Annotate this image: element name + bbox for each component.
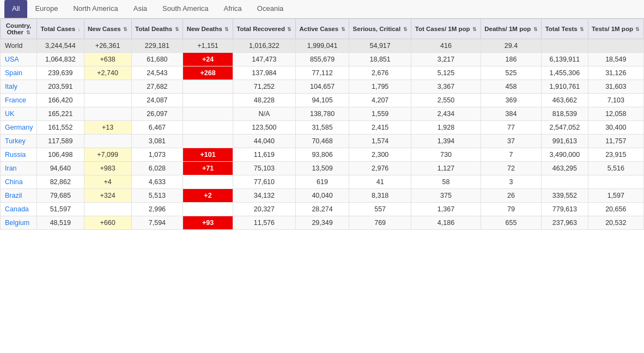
cell-total-tests: 2,547,052 bbox=[542, 121, 588, 135]
country-link[interactable]: Canada bbox=[5, 205, 29, 213]
cell-country[interactable]: Russia bbox=[1, 148, 37, 162]
cell-new-cases: +660 bbox=[84, 216, 131, 230]
country-link[interactable]: China bbox=[5, 178, 23, 186]
cell-country[interactable]: Brazil bbox=[1, 189, 37, 203]
col-header-tot_cases_m[interactable]: Tot Cases/ 1M pop ⇅ bbox=[411, 19, 481, 39]
col-header-total_recovered[interactable]: Total Recovered ⇅ bbox=[233, 19, 295, 39]
country-link[interactable]: Turkey bbox=[5, 137, 26, 145]
cell-total-recovered: 137,984 bbox=[233, 66, 295, 80]
country-link[interactable]: Spain bbox=[5, 69, 22, 77]
cell-tests-m: 7,103 bbox=[588, 94, 643, 107]
tab-oceania[interactable]: Oceania bbox=[250, 0, 291, 18]
cell-new-deaths bbox=[183, 135, 233, 148]
country-link[interactable]: UK bbox=[5, 110, 14, 118]
cell-tests-m: 18,549 bbox=[588, 53, 643, 66]
cell-country[interactable]: Canada bbox=[1, 203, 37, 216]
cell-tot-cases-m: 2,434 bbox=[411, 107, 481, 121]
tab-europe[interactable]: Europe bbox=[27, 0, 65, 18]
cell-country[interactable]: UK bbox=[1, 107, 37, 121]
country-link[interactable]: Russia bbox=[5, 151, 26, 159]
col-header-active_cases[interactable]: Active Cases ⇅ bbox=[296, 19, 349, 39]
cell-total-deaths: 229,181 bbox=[131, 39, 183, 53]
cell-active-cases: 855,679 bbox=[296, 53, 349, 66]
data-table-wrap: Country,Other ⇅Total Cases ↓New Cases ⇅T… bbox=[0, 19, 644, 230]
cell-new-deaths bbox=[183, 175, 233, 189]
cell-tests-m: 30,400 bbox=[588, 121, 643, 135]
cell-tot-cases-m: 375 bbox=[411, 189, 481, 203]
col-header-country[interactable]: Country,Other ⇅ bbox=[1, 19, 37, 39]
cell-country[interactable]: Germany bbox=[1, 121, 37, 135]
cell-new-deaths bbox=[183, 94, 233, 107]
sort-icon-total_recovered: ⇅ bbox=[286, 27, 292, 32]
cell-total-tests bbox=[542, 39, 588, 53]
cell-active-cases: 31,585 bbox=[296, 121, 349, 135]
col-header-total_tests[interactable]: Total Tests ⇅ bbox=[542, 19, 588, 39]
table-row: Russia106,498+7,0991,073+10111,61993,806… bbox=[1, 148, 644, 162]
cell-new-deaths: +101 bbox=[183, 148, 233, 162]
cell-total-cases: 48,519 bbox=[37, 216, 84, 230]
cell-country[interactable]: Italy bbox=[1, 80, 37, 94]
tab-africa[interactable]: Africa bbox=[216, 0, 250, 18]
cell-total-cases: 117,589 bbox=[37, 135, 84, 148]
table-row: Germany161,552+136,467123,50031,5852,415… bbox=[1, 121, 644, 135]
cell-deaths-m: 525 bbox=[481, 66, 542, 80]
cell-active-cases: 70,468 bbox=[296, 135, 349, 148]
cell-tot-cases-m: 3,217 bbox=[411, 53, 481, 66]
cell-country[interactable]: Spain bbox=[1, 66, 37, 80]
sort-icon-tot_cases_m: ⇅ bbox=[471, 27, 477, 32]
cell-total-recovered: 75,103 bbox=[233, 162, 295, 175]
country-link[interactable]: France bbox=[5, 96, 26, 104]
col-header-deaths_m[interactable]: Deaths/ 1M pop ⇅ bbox=[481, 19, 542, 39]
col-header-serious[interactable]: Serious, Critical ⇅ bbox=[349, 19, 411, 39]
cell-tot-cases-m: 3,367 bbox=[411, 80, 481, 94]
country-link[interactable]: Italy bbox=[5, 83, 17, 90]
col-header-new_deaths[interactable]: New Deaths ⇅ bbox=[183, 19, 233, 39]
cell-deaths-m: 655 bbox=[481, 216, 542, 230]
cell-serious: 557 bbox=[349, 203, 411, 216]
country-link[interactable]: Brazil bbox=[5, 192, 22, 199]
tab-south-america[interactable]: South America bbox=[155, 0, 216, 18]
cell-deaths-m: 3 bbox=[481, 175, 542, 189]
cell-total-recovered: 1,016,322 bbox=[233, 39, 295, 53]
cell-country[interactable]: Belgium bbox=[1, 216, 37, 230]
table-row: Turkey117,5893,08144,04070,4681,5741,394… bbox=[1, 135, 644, 148]
cell-active-cases: 619 bbox=[296, 175, 349, 189]
country-link[interactable]: USA bbox=[5, 56, 19, 63]
cell-tests-m: 1,597 bbox=[588, 189, 643, 203]
cell-deaths-m: 26 bbox=[481, 189, 542, 203]
cell-active-cases: 1,999,041 bbox=[296, 39, 349, 53]
cell-total-deaths: 7,594 bbox=[131, 216, 183, 230]
cell-country[interactable]: France bbox=[1, 94, 37, 107]
cell-new-cases bbox=[84, 94, 131, 107]
cell-country[interactable]: Iran bbox=[1, 162, 37, 175]
cell-country[interactable]: Turkey bbox=[1, 135, 37, 148]
cell-country[interactable]: USA bbox=[1, 53, 37, 66]
cell-tot-cases-m: 4,186 bbox=[411, 216, 481, 230]
cell-new-cases: +2,740 bbox=[84, 66, 131, 80]
table-row: China82,862+44,63377,61061941583 bbox=[1, 175, 644, 189]
cell-serious: 2,976 bbox=[349, 162, 411, 175]
country-link[interactable]: Iran bbox=[5, 165, 17, 172]
sort-icon-total_deaths: ⇅ bbox=[173, 27, 179, 32]
cell-total-cases: 94,640 bbox=[37, 162, 84, 175]
cell-new-deaths bbox=[183, 107, 233, 121]
cell-total-recovered: 11,619 bbox=[233, 148, 295, 162]
cell-active-cases: 28,274 bbox=[296, 203, 349, 216]
cell-country[interactable]: China bbox=[1, 175, 37, 189]
tab-asia[interactable]: Asia bbox=[126, 0, 155, 18]
cell-new-cases: +4 bbox=[84, 175, 131, 189]
tab-north-america[interactable]: North America bbox=[65, 0, 125, 18]
col-header-new_cases[interactable]: New Cases ⇅ bbox=[84, 19, 131, 39]
cell-total-tests: 237,963 bbox=[542, 216, 588, 230]
tab-all[interactable]: All bbox=[4, 0, 27, 18]
cell-total-deaths: 6,028 bbox=[131, 162, 183, 175]
cell-total-cases: 166,420 bbox=[37, 94, 84, 107]
col-header-total_deaths[interactable]: Total Deaths ⇅ bbox=[131, 19, 183, 39]
cell-serious: 4,207 bbox=[349, 94, 411, 107]
cell-active-cases: 13,509 bbox=[296, 162, 349, 175]
cell-total-deaths: 3,081 bbox=[131, 135, 183, 148]
country-link[interactable]: Belgium bbox=[5, 219, 29, 227]
col-header-total_cases[interactable]: Total Cases ↓ bbox=[37, 19, 84, 39]
col-header-tests_m[interactable]: Tests/ 1M pop ⇅ bbox=[588, 19, 643, 39]
country-link[interactable]: Germany bbox=[5, 124, 33, 131]
